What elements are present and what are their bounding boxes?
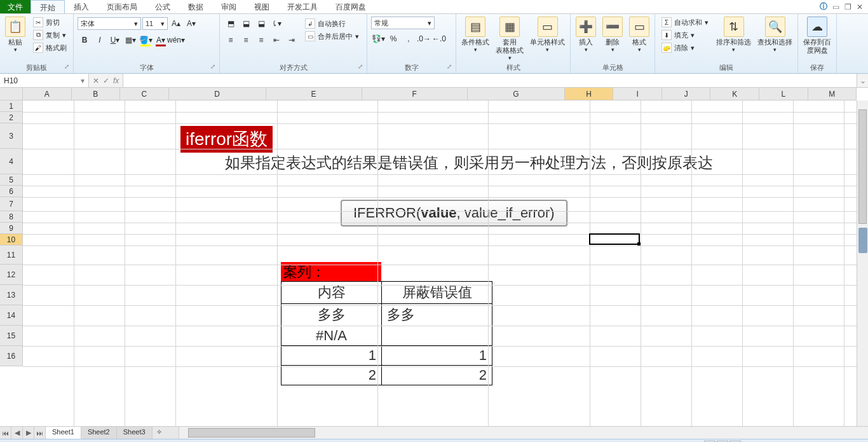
row-header[interactable]: 2 xyxy=(0,112,23,123)
column-header[interactable]: H xyxy=(565,88,614,100)
column-header[interactable]: M xyxy=(808,88,857,100)
grow-font-button[interactable]: A▴ xyxy=(169,17,183,31)
indent-dec-button[interactable]: ⇤ xyxy=(269,33,283,47)
find-select-button[interactable]: 🔍查找和选择▾ xyxy=(755,15,795,54)
wrap-text-button[interactable]: ↲自动换行 xyxy=(302,18,362,29)
save-baidu-button[interactable]: ☁保存到百 度网盘 xyxy=(801,15,834,56)
cancel-formula-icon[interactable]: ✕ xyxy=(93,76,99,85)
row-header[interactable]: 7 xyxy=(0,197,23,211)
row-header[interactable]: 11 xyxy=(0,245,23,265)
orientation-button[interactable]: ⤹▾ xyxy=(269,17,283,31)
column-header[interactable]: F xyxy=(362,88,468,100)
sheet-tab[interactable]: Sheet3 xyxy=(117,427,153,439)
minimize-ribbon-icon[interactable]: ▭ xyxy=(832,3,839,11)
row-header[interactable]: 3 xyxy=(0,123,23,149)
autosum-button[interactable]: Σ自动求和 ▾ xyxy=(659,17,711,28)
underline-button[interactable]: U▾ xyxy=(108,33,122,47)
row-header[interactable]: 5 xyxy=(0,174,23,186)
enter-formula-icon[interactable]: ✓ xyxy=(103,76,109,85)
select-all-corner[interactable] xyxy=(0,88,23,100)
tab-developer[interactable]: 开发工具 xyxy=(278,0,327,13)
fill-button[interactable]: ⬇填充 ▾ xyxy=(659,29,711,41)
inc-decimal-button[interactable]: .0→ xyxy=(417,32,431,46)
column-header[interactable]: G xyxy=(468,88,565,100)
row-header[interactable]: 12 xyxy=(0,265,23,285)
row-header[interactable]: 6 xyxy=(0,186,23,197)
shrink-font-button[interactable]: A▾ xyxy=(184,17,198,31)
sort-filter-button[interactable]: ⇅排序和筛选▾ xyxy=(714,15,754,54)
column-header[interactable]: E xyxy=(266,88,362,100)
column-header[interactable]: L xyxy=(759,88,808,100)
fill-color-button[interactable]: 🪣▾ xyxy=(139,33,153,47)
tab-page-layout[interactable]: 页面布局 xyxy=(98,0,146,13)
cut-button[interactable]: ✂剪切 xyxy=(31,17,69,28)
align-top-button[interactable]: ⬒ xyxy=(224,17,238,31)
format-painter-button[interactable]: 🖌格式刷 xyxy=(31,42,69,53)
row-header[interactable]: 10 xyxy=(0,234,23,245)
tab-data[interactable]: 数据 xyxy=(179,0,212,13)
align-bottom-button[interactable]: ⬓ xyxy=(254,17,268,31)
clear-button[interactable]: 🧽清除 ▾ xyxy=(659,42,711,53)
formula-input[interactable] xyxy=(123,74,857,87)
italic-button[interactable]: I xyxy=(93,33,107,47)
worksheet-grid[interactable]: ABCDEFGHIJKLM 12345678910111213141516 if… xyxy=(0,88,868,426)
format-cells-button[interactable]: ▭格式▾ xyxy=(627,15,652,54)
expand-formula-bar-icon[interactable]: ⌄ xyxy=(857,74,868,87)
dec-decimal-button[interactable]: ←.0 xyxy=(432,32,446,46)
row-header[interactable]: 13 xyxy=(0,285,23,305)
vertical-scrollbar[interactable] xyxy=(857,100,868,426)
scroll-thumb[interactable] xyxy=(858,109,867,224)
launcher-icon[interactable]: ⤢ xyxy=(64,63,69,70)
indent-inc-button[interactable]: ⇥ xyxy=(285,33,299,47)
number-format-select[interactable]: 常规▾ xyxy=(371,17,435,29)
file-tab[interactable]: 文件 xyxy=(0,0,31,13)
sheet-tab[interactable]: Sheet1 xyxy=(46,427,81,439)
font-name-select[interactable]: 宋体▾ xyxy=(78,17,141,30)
column-header[interactable]: C xyxy=(120,88,169,100)
column-header[interactable]: J xyxy=(662,88,711,100)
new-sheet-icon[interactable]: ✧ xyxy=(153,427,166,439)
row-header[interactable]: 14 xyxy=(0,305,23,326)
launcher-icon[interactable]: ⤢ xyxy=(210,63,215,70)
bold-button[interactable]: B xyxy=(78,33,92,47)
active-cell[interactable] xyxy=(589,233,640,245)
help-icon[interactable]: ⓘ xyxy=(820,1,827,12)
next-sheet-icon[interactable]: ▶ xyxy=(23,427,34,439)
align-center-button[interactable]: ≡ xyxy=(239,33,253,47)
prev-sheet-icon[interactable]: ◀ xyxy=(11,427,23,439)
column-header[interactable]: I xyxy=(613,88,662,100)
first-sheet-icon[interactable]: ⏮ xyxy=(0,427,11,439)
font-color-button[interactable]: A▾ xyxy=(154,33,168,47)
sheet-tab[interactable]: Sheet2 xyxy=(81,427,117,439)
row-header[interactable]: 16 xyxy=(0,346,23,366)
name-box[interactable]: H10▾ xyxy=(0,74,89,87)
column-header[interactable]: K xyxy=(710,88,759,100)
delete-cells-button[interactable]: ➖删除▾ xyxy=(600,15,625,54)
fx-icon[interactable]: fx xyxy=(113,76,119,85)
tab-home[interactable]: 开始 xyxy=(31,0,65,13)
scroll-thumb[interactable] xyxy=(188,428,315,438)
column-header[interactable]: A xyxy=(23,88,72,100)
merge-center-button[interactable]: ▭合并后居中 ▾ xyxy=(302,31,362,42)
cell-styles-button[interactable]: ▭单元格样式▾ xyxy=(527,15,567,54)
launcher-icon[interactable]: ⤢ xyxy=(358,63,363,70)
percent-button[interactable]: % xyxy=(386,32,400,46)
tab-baidu[interactable]: 百度网盘 xyxy=(327,0,375,13)
tab-formulas[interactable]: 公式 xyxy=(146,0,179,13)
restore-icon[interactable]: ❐ xyxy=(844,3,851,11)
currency-button[interactable]: 💱▾ xyxy=(371,32,385,46)
row-header[interactable]: 15 xyxy=(0,326,23,346)
scroll-gripper[interactable] xyxy=(858,228,867,253)
format-as-table-button[interactable]: ▦套用 表格格式▾ xyxy=(493,15,526,62)
row-header[interactable]: 4 xyxy=(0,149,23,174)
horizontal-scrollbar[interactable] xyxy=(179,427,868,439)
paste-button[interactable]: 📋 粘贴 ▾ xyxy=(3,15,28,54)
tab-review[interactable]: 审阅 xyxy=(212,0,245,13)
copy-button[interactable]: ⧉复制 ▾ xyxy=(31,29,69,41)
column-header[interactable]: D xyxy=(169,88,266,100)
row-header[interactable]: 9 xyxy=(0,223,23,234)
align-right-button[interactable]: ≡ xyxy=(254,33,268,47)
font-size-select[interactable]: 11▾ xyxy=(142,17,168,30)
column-header[interactable]: B xyxy=(72,88,121,100)
row-header[interactable]: 1 xyxy=(0,100,23,112)
